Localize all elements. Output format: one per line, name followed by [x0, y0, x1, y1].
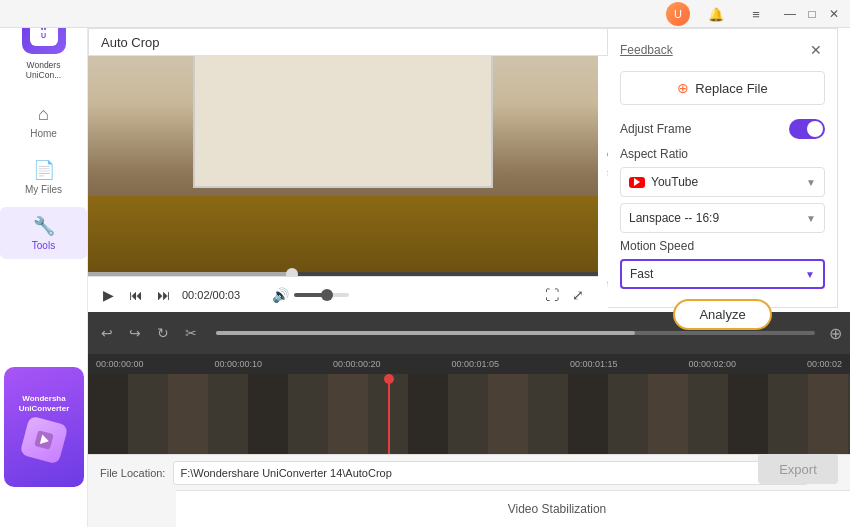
- bottom-bar: File Location: F:\Wondershare UniConvert…: [88, 454, 850, 490]
- replace-file-button[interactable]: ⊕ Replace File: [620, 71, 825, 105]
- ruler-mark-3: 00:00:01:05: [451, 359, 499, 369]
- motion-speed-dropdown[interactable]: Fast ▼: [620, 259, 825, 289]
- export-button[interactable]: Export: [758, 454, 838, 484]
- volume-icon[interactable]: 🔊: [270, 285, 290, 305]
- tools-icon: 🔧: [33, 215, 55, 237]
- timeline-track[interactable]: [88, 374, 850, 454]
- video-preview: [88, 28, 598, 276]
- autocrop-title: Auto Crop: [101, 35, 160, 50]
- undo-button[interactable]: ↩: [96, 322, 118, 344]
- zoom-out-icon[interactable]: ⊕: [829, 324, 842, 343]
- landscape-dropdown[interactable]: Lanspace -- 16:9 ▼: [620, 203, 825, 233]
- myfiles-label: My Files: [25, 184, 62, 195]
- sidebar-item-tools[interactable]: 🔧 Tools: [0, 207, 87, 259]
- sidebar-nav: ⌂ Home 📄 My Files 🔧 Tools: [0, 96, 87, 259]
- maximize-button[interactable]: □: [804, 6, 820, 22]
- next-frame-button[interactable]: ⏭: [154, 285, 174, 305]
- desk-area: [88, 196, 598, 276]
- time-display: 00:02/00:03: [182, 289, 262, 301]
- close-button[interactable]: ✕: [826, 6, 842, 22]
- ruler-marks: 00:00:00:00 00:00:00:10 00:00:00:20 00:0…: [88, 359, 850, 369]
- promo-card[interactable]: WondershaUniConverter: [4, 367, 84, 487]
- ruler-mark-2: 00:00:00:20: [333, 359, 381, 369]
- youtube-option-text: YouTube: [651, 175, 806, 189]
- landscape-dropdown-arrow: ▼: [806, 213, 816, 224]
- adjust-frame-toggle[interactable]: [789, 119, 825, 139]
- youtube-dropdown[interactable]: YouTube ▼: [620, 167, 825, 197]
- autocrop-titlebar: Auto Crop: [88, 28, 608, 56]
- file-location-input[interactable]: F:\Wondershare UniConverter 14\AutoCrop …: [173, 461, 808, 485]
- main-area: Converter ages to other ditor subtitle t…: [88, 0, 850, 527]
- myfiles-icon: 📄: [33, 159, 55, 181]
- cut-button[interactable]: ✂: [180, 322, 202, 344]
- prev-frame-button[interactable]: ⏮: [126, 285, 146, 305]
- file-location-value: F:\Wondershare UniConverter 14\AutoCrop: [180, 467, 391, 479]
- menu-dots-icon[interactable]: ≡: [742, 0, 770, 28]
- notification-icon[interactable]: 🔔: [702, 0, 730, 28]
- volume-area: 🔊: [270, 285, 349, 305]
- home-label: Home: [30, 128, 57, 139]
- zoom-slider[interactable]: [216, 331, 815, 335]
- ruler-mark-5: 00:00:02:00: [688, 359, 736, 369]
- play-button[interactable]: ▶: [98, 285, 118, 305]
- analyze-button[interactable]: Analyze: [673, 299, 771, 330]
- ruler-mark-1: 00:00:00:10: [214, 359, 262, 369]
- ruler-mark-6: 00:00:02: [807, 359, 842, 369]
- home-icon: ⌂: [38, 104, 49, 125]
- window-titlebar: U 🔔 ≡ — □ ✕: [0, 0, 850, 28]
- volume-thumb: [321, 289, 333, 301]
- minimize-button[interactable]: —: [782, 6, 798, 22]
- motion-speed-value: Fast: [630, 267, 805, 281]
- sidebar-item-myfiles[interactable]: 📄 My Files: [0, 151, 87, 203]
- video-controls: ▶ ⏮ ⏭ 00:02/00:03 🔊 ⛶ ⤢: [88, 276, 598, 312]
- footer-bar: Video Stabilization: [176, 490, 850, 527]
- window-controls: — □ ✕: [782, 6, 842, 22]
- promo-icon: [24, 420, 64, 460]
- promo-shape: [20, 415, 69, 464]
- toggle-knob: [807, 121, 823, 137]
- adjust-frame-label: Adjust Frame: [620, 122, 691, 136]
- cursor-head: [384, 374, 394, 384]
- brand-label: WondersUniCon...: [22, 60, 65, 80]
- projector-screen: [193, 38, 493, 188]
- autocrop-panel-header: Feedback ✕: [620, 41, 825, 59]
- user-avatar[interactable]: U: [666, 2, 690, 26]
- footer-title: Video Stabilization: [508, 502, 607, 516]
- track-frames: [88, 374, 850, 454]
- right-controls: ⛶ ⤢: [542, 285, 588, 305]
- landscape-option-text: Lanspace -- 16:9: [629, 211, 806, 225]
- sidebar: WU WondersUniCon... ⌂ Home 📄 My Files 🔧 …: [0, 0, 88, 527]
- tools-label: Tools: [32, 240, 55, 251]
- panel-close-button[interactable]: ✕: [807, 41, 825, 59]
- footer-center: Video Stabilization: [188, 502, 850, 516]
- refresh-button[interactable]: ↻: [152, 322, 174, 344]
- fullscreen-icon[interactable]: ⤢: [568, 285, 588, 305]
- redo-button[interactable]: ↪: [124, 322, 146, 344]
- file-location-label: File Location:: [100, 467, 165, 479]
- sidebar-item-home[interactable]: ⌂ Home: [0, 96, 87, 147]
- classroom-background: [88, 28, 598, 276]
- motion-speed-arrow: ▼: [805, 269, 815, 280]
- fit-screen-icon[interactable]: ⛶: [542, 285, 562, 305]
- autocrop-panel: Feedback ✕ ⊕ Replace File Adjust Frame A…: [608, 28, 838, 308]
- aspect-ratio-label: Aspect Ratio: [620, 147, 825, 161]
- zoom-fill: [216, 331, 635, 335]
- promo-title: WondershaUniConverter: [19, 394, 70, 413]
- youtube-play-icon: [634, 178, 640, 186]
- video-content: [88, 28, 598, 276]
- volume-slider[interactable]: [294, 293, 349, 297]
- ruler-mark-4: 00:00:01:15: [570, 359, 618, 369]
- youtube-icon: [629, 177, 645, 188]
- adjust-frame-row: Adjust Frame: [620, 119, 825, 139]
- replace-file-label: Replace File: [695, 81, 767, 96]
- timeline-ruler: 00:00:00:00 00:00:00:10 00:00:00:20 00:0…: [88, 354, 850, 374]
- timeline-cursor[interactable]: [388, 374, 390, 454]
- motion-speed-label: Motion Speed: [620, 239, 825, 253]
- feedback-link[interactable]: Feedback: [620, 43, 673, 57]
- youtube-dropdown-arrow: ▼: [806, 177, 816, 188]
- replace-icon: ⊕: [677, 80, 689, 96]
- top-icons-area: U 🔔 ≡: [666, 0, 770, 28]
- ruler-mark-0: 00:00:00:00: [96, 359, 144, 369]
